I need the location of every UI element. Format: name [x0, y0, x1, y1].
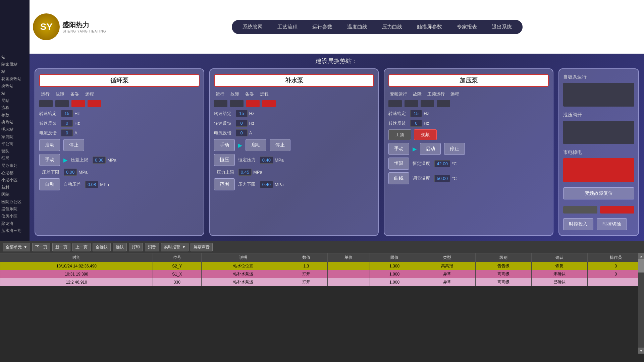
sub-param-1: 压差下限 0.00 MPa	[39, 169, 200, 176]
alarm-btn-new[interactable]: 新一页	[52, 243, 70, 251]
card-补水泵: 补水泵 运行 故障 备妥 远程 转速给定 15 Hz 转速反馈 0 H	[209, 68, 379, 236]
sidebar-item[interactable]: 平公寓	[1, 140, 30, 148]
param-unit: Hz	[424, 111, 429, 116]
param-speed-fb: 转速反馈 0 Hz	[39, 120, 200, 127]
sidebar-item[interactable]: 医院	[1, 191, 30, 198]
alarm-btn-prev[interactable]: 上一页	[72, 243, 91, 251]
curve-button[interactable]: 曲线	[388, 172, 409, 184]
sub-label: 压差上限	[71, 157, 91, 163]
alarm-table: 时间 位号 说明 数值 单位 限值 类型 级别 确认 操作员 18/10/24 …	[0, 253, 644, 286]
card-title-补水泵: 补水泵	[214, 74, 374, 87]
indicator-arrow: ▶	[413, 146, 417, 152]
freq-select-row: 工频 变频	[388, 129, 549, 140]
param-unit: A	[249, 130, 252, 135]
alarm-btn-realtime[interactable]: 实时报警 ▼	[161, 243, 189, 251]
extra-params-row: 恒压 恒定压力 0.40 MPa	[214, 154, 374, 166]
param-speed-fb: 转速反馈 0 Hz	[388, 120, 549, 127]
status-label-2: 备妥	[69, 91, 81, 97]
scroll-up[interactable]: ▲	[638, 253, 644, 259]
sidebar-item[interactable]: 心湖都	[1, 170, 30, 177]
sidebar-item[interactable]: 站	[1, 54, 30, 61]
scrollbar[interactable]: ▲ ▼	[638, 253, 644, 354]
manual-button[interactable]: 手动	[214, 139, 235, 151]
sidebar-item[interactable]: 家属院	[1, 133, 30, 141]
gongpin-button[interactable]: 工频	[388, 129, 411, 140]
param-speed-fb: 转速反馈 0 Hz	[214, 120, 374, 127]
sub-value: 0.08	[85, 181, 98, 188]
nav-item-2[interactable]: 运行参数	[308, 22, 336, 32]
nav-item-4[interactable]: 压力曲线	[378, 22, 406, 32]
stop-button[interactable]: 停止	[444, 143, 465, 155]
nav-item-5[interactable]: 触摸屏参数	[413, 22, 446, 32]
sidebar-item[interactable]: 院家属站	[1, 61, 30, 68]
status-label-1: 故障	[411, 91, 423, 97]
sidebar-item[interactable]: 警队	[1, 148, 30, 155]
sub-value: 0.30	[93, 157, 106, 164]
sidebar-item[interactable]: 换热站	[1, 82, 30, 90]
param-unit: A	[74, 130, 77, 135]
auto-button[interactable]: 自动	[39, 178, 60, 190]
sidebar-item[interactable]: 参数	[1, 112, 30, 119]
alarm-btn-shield[interactable]: 屏蔽声音	[191, 243, 213, 251]
sidebar-item[interactable]: 站	[1, 68, 30, 75]
manual-button[interactable]: 手动	[388, 143, 409, 155]
alarm-col-level: 级别	[475, 253, 531, 262]
sidebar-item[interactable]: 盛佰乐院	[1, 205, 30, 213]
vfd-fault-reset-button[interactable]: 变频故障复位	[563, 187, 634, 199]
nav-item-1[interactable]: 工艺流程	[273, 22, 302, 32]
nav-item-0[interactable]: 系统管网	[238, 22, 267, 32]
sidebar-item[interactable]: 流程	[1, 104, 30, 112]
sidebar-item[interactable]: 新村	[1, 184, 30, 191]
start-stop-row: 启动 停止	[39, 139, 200, 151]
sidebar-item[interactable]: 医院办公区	[1, 198, 30, 206]
sidebar-item[interactable]: 蓝水湾三期	[1, 227, 30, 235]
nav-item-6[interactable]: 专家报表	[453, 22, 481, 32]
param-unit: Hz	[424, 121, 429, 126]
nav-item-7[interactable]: 退出系统	[488, 22, 516, 32]
stop-button[interactable]: 停止	[270, 139, 290, 151]
main-content: 建设局换热站： 循环泵 运行 故障 备妥 远程 转速给定 15 Hz	[30, 54, 644, 241]
sidebar-item[interactable]: 征局	[1, 155, 30, 162]
alarm-btn-units[interactable]: 全部单元 ▼	[3, 243, 30, 251]
sidebar-item[interactable]: 局办事处	[1, 162, 30, 170]
param-label: 转速给定	[388, 111, 409, 117]
sidebar-item[interactable]: 小湖小区	[1, 177, 30, 184]
sidebar-item[interactable]: 明珠站	[1, 126, 30, 133]
alarm-btn-next[interactable]: 下一页	[32, 243, 50, 251]
start-button[interactable]: 启动	[39, 139, 60, 151]
start-button[interactable]: 启动	[246, 139, 266, 151]
sidebar-item[interactable]: 换热站	[1, 119, 30, 126]
nav-item-3[interactable]: 温度曲线	[343, 22, 371, 32]
time-control-on-button[interactable]: 时控投入	[563, 218, 593, 230]
param-unit: Hz	[249, 111, 255, 116]
right-led-2	[563, 158, 634, 182]
hengwen-button[interactable]: 恒温	[388, 158, 409, 170]
sidebar-item[interactable]: 站	[1, 90, 30, 97]
manual-button[interactable]: 手动	[39, 154, 60, 166]
alarm-btn-print[interactable]: 打印	[129, 243, 143, 251]
hengya-button[interactable]: 恒压	[214, 154, 235, 166]
start-button[interactable]: 启动	[420, 143, 441, 155]
bianpin-button[interactable]: 变频	[414, 129, 437, 140]
status-label-1: 故障	[54, 91, 66, 97]
param-speed-set: 转速给定 15 Hz	[39, 110, 200, 117]
right-led-1	[563, 121, 634, 144]
page-title: 建设局换热站：	[35, 57, 639, 65]
card-循环泵: 循环泵 运行 故障 备妥 远程 转速给定 15 Hz 转速反馈 0 H	[35, 68, 204, 236]
sidebar-item[interactable]: 花园换热站	[1, 75, 30, 83]
stop-button[interactable]: 停止	[63, 139, 84, 151]
range-button[interactable]: 范围	[214, 178, 235, 190]
alarm-btn-mute[interactable]: 消音	[145, 243, 159, 251]
company-subname: SHENG YANG HEATING	[62, 29, 106, 33]
sidebar-item[interactable]: 聚龙湾	[1, 220, 30, 228]
scroll-down[interactable]: ▼	[638, 348, 644, 354]
param-value: 15	[410, 110, 422, 117]
alarm-btn-confirm[interactable]: 确认	[113, 243, 127, 251]
sidebar-item[interactable]: 局站	[1, 97, 30, 105]
alarm-btn-confirm-all[interactable]: 全确认	[93, 243, 111, 251]
sidebar-item[interactable]: 仪凤小区	[1, 213, 30, 220]
scroll-thumb[interactable]	[638, 259, 644, 273]
time-control-off-button[interactable]: 时控切除	[597, 218, 627, 230]
param-speed-set: 转速给定 15 Hz	[388, 110, 549, 117]
sub-label: 自动压差	[63, 181, 84, 187]
